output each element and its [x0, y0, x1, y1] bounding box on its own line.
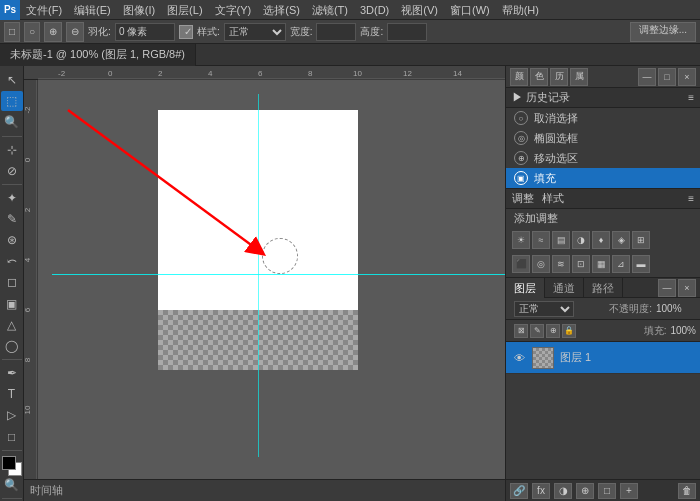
horizontal-guide[interactable] — [52, 274, 505, 275]
menu-view[interactable]: 视图(V) — [395, 0, 444, 20]
tool-eraser[interactable]: ◻ — [1, 272, 23, 292]
svg-text:6: 6 — [258, 69, 263, 78]
tool-brush[interactable]: ✎ — [1, 209, 23, 229]
layers-list: 👁 图层 1 — [506, 342, 700, 479]
tool-clone[interactable]: ⊛ — [1, 230, 23, 250]
tool-path-selection[interactable]: ▷ — [1, 405, 23, 425]
tool-move[interactable]: ↖ — [1, 70, 23, 90]
lock-pixels-btn[interactable]: ✎ — [530, 324, 544, 338]
adj-bw[interactable]: ⬛ — [512, 255, 530, 273]
lock-transparent-btn[interactable]: ⊠ — [514, 324, 528, 338]
tool-eyedropper[interactable]: ⊘ — [1, 161, 23, 181]
add-style-btn[interactable]: fx — [532, 483, 550, 499]
delete-layer-btn[interactable]: 🗑 — [678, 483, 696, 499]
tool-dodge[interactable]: ◯ — [1, 336, 23, 356]
adj-menu-btn[interactable]: ≡ — [688, 193, 694, 204]
lock-all-btn[interactable]: 🔒 — [562, 324, 576, 338]
history-item-2[interactable]: ◎ 椭圆选框 — [506, 128, 700, 148]
layers-panel-minimize[interactable]: — — [658, 279, 676, 297]
tool-option-btn2[interactable]: ○ — [24, 22, 40, 42]
foreground-color-swatch[interactable] — [2, 456, 16, 470]
history-item-1[interactable]: ○ 取消选择 — [506, 108, 700, 128]
ruler-left: -2 0 2 4 6 8 10 — [24, 80, 38, 479]
tool-lasso[interactable]: 🔍 — [1, 112, 23, 132]
blend-mode-select[interactable]: 正常 溶解 正片叠底 — [514, 301, 574, 317]
adj-photofilter[interactable]: ◎ — [532, 255, 550, 273]
color-panel-btn[interactable]: 颜 — [510, 68, 528, 86]
tool-healing[interactable]: ✦ — [1, 188, 23, 208]
tool-marquee[interactable]: ⬚ — [1, 91, 23, 111]
history-item-3[interactable]: ⊕ 移动选区 — [506, 148, 700, 168]
vertical-guide[interactable] — [258, 94, 259, 457]
adj-brightness[interactable]: ☀ — [512, 231, 530, 249]
layer-visibility-1[interactable]: 👁 — [512, 351, 526, 365]
tool-zoom[interactable]: 🔍 — [1, 475, 23, 495]
tab-channels[interactable]: 通道 — [545, 278, 584, 298]
link-layers-btn[interactable]: 🔗 — [510, 483, 528, 499]
adj-levels[interactable]: ▤ — [552, 231, 570, 249]
adj-threshold[interactable]: ⊿ — [612, 255, 630, 273]
tool-gradient[interactable]: ▣ — [1, 294, 23, 314]
tool-shape[interactable]: □ — [1, 427, 23, 447]
canvas-viewport[interactable] — [38, 80, 505, 479]
adj-vibrance[interactable]: ♦ — [592, 231, 610, 249]
close-right-btn[interactable]: × — [678, 68, 696, 86]
layers-footer: 🔗 fx ◑ ⊕ □ + 🗑 — [506, 479, 700, 501]
tool-crop[interactable]: ⊹ — [1, 139, 23, 159]
anti-alias-btn[interactable]: ✓ — [179, 25, 193, 39]
menu-help[interactable]: 帮助(H) — [496, 0, 545, 20]
adj-invert[interactable]: ⊡ — [572, 255, 590, 273]
app-icon: Ps — [0, 0, 20, 20]
adj-hsl[interactable]: ◈ — [612, 231, 630, 249]
menu-window[interactable]: 窗口(W) — [444, 0, 496, 20]
layer-item-1[interactable]: 👁 图层 1 — [506, 342, 700, 374]
new-adjustment-btn[interactable]: ⊕ — [576, 483, 594, 499]
adj-curves[interactable]: ≈ — [532, 231, 550, 249]
menu-file[interactable]: 文件(F) — [20, 0, 68, 20]
maximize-btn[interactable]: □ — [658, 68, 676, 86]
tab-paths[interactable]: 路径 — [584, 278, 623, 298]
tool-option-btn1[interactable]: □ — [4, 22, 20, 42]
menu-select[interactable]: 选择(S) — [257, 0, 306, 20]
add-mask-btn[interactable]: ◑ — [554, 483, 572, 499]
menu-layer[interactable]: 图层(L) — [161, 0, 208, 20]
new-group-btn[interactable]: □ — [598, 483, 616, 499]
adj-gradient-map[interactable]: ▬ — [632, 255, 650, 273]
menu-3d[interactable]: 3D(D) — [354, 0, 395, 20]
tool-pen[interactable]: ✒ — [1, 363, 23, 383]
feather-input[interactable] — [115, 23, 175, 41]
width-input[interactable] — [316, 23, 356, 41]
tool-option-btn3[interactable]: ⊕ — [44, 22, 62, 42]
adj-channelmixer[interactable]: ≋ — [552, 255, 570, 273]
history-icon-1: ○ — [514, 111, 528, 125]
lock-position-btn[interactable]: ⊕ — [546, 324, 560, 338]
height-input[interactable] — [387, 23, 427, 41]
properties-btn[interactable]: 属 — [570, 68, 588, 86]
menu-edit[interactable]: 编辑(E) — [68, 0, 117, 20]
history-menu-btn[interactable]: ≡ — [688, 92, 694, 103]
history-tab-btn[interactable]: 历 — [550, 68, 568, 86]
tab-layers[interactable]: 图层 — [506, 278, 545, 298]
layers-panel-close[interactable]: × — [678, 279, 696, 297]
adj-colorbalance[interactable]: ⊞ — [632, 231, 650, 249]
menu-filter[interactable]: 滤镜(T) — [306, 0, 354, 20]
feather-label: 羽化: — [88, 25, 111, 39]
tool-history-brush[interactable]: ⤺ — [1, 251, 23, 271]
minimize-btn[interactable]: — — [638, 68, 656, 86]
swatches-btn[interactable]: 色 — [530, 68, 548, 86]
tool-blur[interactable]: △ — [1, 315, 23, 335]
svg-text:4: 4 — [208, 69, 213, 78]
canvas-area[interactable]: -2 0 2 4 6 8 10 12 14 -2 0 2 4 6 8 10 — [24, 66, 505, 501]
menu-text[interactable]: 文字(Y) — [209, 0, 258, 20]
new-layer-btn[interactable]: + — [620, 483, 638, 499]
menu-image[interactable]: 图像(I) — [117, 0, 161, 20]
style-select[interactable]: 正常 固定比例 固定大小 — [224, 23, 286, 41]
adj-exposure[interactable]: ◑ — [572, 231, 590, 249]
tool-text[interactable]: T — [1, 384, 23, 404]
history-label-2: 椭圆选框 — [534, 131, 578, 146]
tool-option-btn4[interactable]: ⊖ — [66, 22, 84, 42]
refine-edge-btn[interactable]: 调整边缘... — [630, 22, 696, 42]
history-item-4[interactable]: ▣ 填充 — [506, 168, 700, 188]
adj-posterize[interactable]: ▦ — [592, 255, 610, 273]
document-tab[interactable]: 未标题-1 @ 100% (图层 1, RGB/8#) — [0, 44, 196, 66]
